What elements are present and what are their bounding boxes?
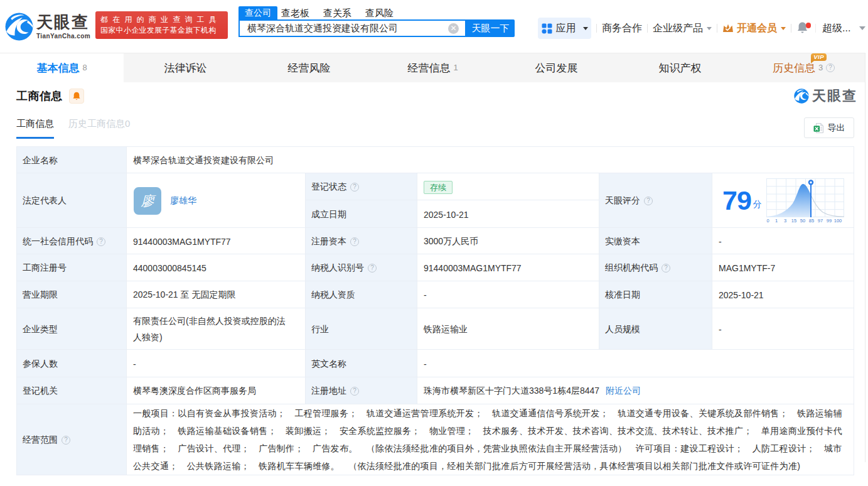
field-value: 2025-10-21 至 无固定期限	[127, 281, 306, 308]
field-label-text: 注册资本	[311, 236, 346, 246]
logo-title: 天眼查	[36, 14, 90, 31]
search-tabs: 查公司 查老板 查关系 查风险	[238, 6, 515, 19]
tianyancha-logo[interactable]: 天眼查 TianYanCha.com	[4, 11, 90, 42]
score-curve-right	[811, 195, 844, 217]
score-curve-fill	[766, 184, 811, 217]
field-label-text: 统一社会信用代码	[23, 236, 93, 246]
open-vip-link[interactable]: 开通会员	[722, 22, 786, 35]
field-value-text: 铁路运输业	[424, 324, 468, 334]
help-icon[interactable]: ?	[350, 387, 359, 396]
search-input[interactable]: 横琴深合轨道交通投资建设有限公司 ✕	[238, 19, 466, 37]
field-label-text: 注册地址	[311, 386, 346, 396]
super-vip-link[interactable]: 超级...	[822, 22, 850, 35]
tab-label: 基本信息	[36, 61, 79, 75]
tab-label: 经营信息	[407, 61, 450, 75]
slogan-line2: 国家中小企业发展子基金旗下机构	[100, 25, 223, 36]
section-title: 工商信息	[16, 89, 63, 104]
tianyancha-watermark: 天眼查	[793, 87, 857, 105]
tab-label: 法律诉讼	[164, 61, 207, 75]
field-value-text: 91440003MAG1MYTF77	[424, 263, 522, 273]
help-icon[interactable]: ?	[62, 436, 70, 445]
business-cooperation-link[interactable]: 商务合作	[602, 22, 642, 35]
field-label: 企业类型	[17, 308, 127, 350]
field-label-text: 参保人数	[23, 359, 58, 369]
field-label-text: 成立日期	[311, 209, 346, 219]
svg-text:0: 0	[766, 218, 769, 223]
tab-basic-info[interactable]: 基本信息8	[0, 53, 124, 82]
enterprise-products-link[interactable]: 企业级产品	[653, 22, 712, 35]
search-tab-relation[interactable]: 查关系	[316, 6, 358, 19]
help-icon[interactable]: ?	[368, 264, 377, 273]
help-icon[interactable]: ?	[644, 197, 653, 205]
help-icon[interactable]: ?	[97, 237, 105, 246]
field-value: 横琴深合轨道交通投资建设有限公司	[127, 147, 854, 173]
tianyancha-swirl-icon	[793, 88, 810, 104]
field-value-text: -	[133, 359, 136, 369]
score-value: 79	[722, 187, 751, 214]
nearby-companies-link[interactable]: 附近公司	[606, 386, 641, 396]
field-label: 统一社会信用代码?	[17, 228, 127, 254]
tab-operation-risk[interactable]: 经营风险	[247, 53, 371, 82]
tab-company-development[interactable]: 公司发展	[495, 53, 618, 82]
field-label: 行业	[306, 308, 417, 350]
field-value-text: MAG1MYTF-7	[719, 263, 775, 273]
table-row: 参保人数 - 英文名称 -	[17, 350, 854, 377]
tab-label: 历史信息	[773, 61, 815, 75]
field-value-text: -	[719, 237, 722, 247]
field-label: 纳税人资质	[306, 281, 417, 308]
help-icon[interactable]: ?	[350, 237, 359, 246]
field-label-text: 企业名称	[23, 155, 58, 165]
field-label: 经营范围?	[17, 404, 127, 475]
search-tab-risk[interactable]: 查风险	[358, 6, 400, 19]
help-icon[interactable]: ?	[350, 183, 359, 192]
header: 天眼查 TianYanCha.com 都在用的商业查询工具 国家中小企业发展子基…	[0, 0, 868, 53]
legal-representative-link[interactable]: 廖雄华	[170, 195, 196, 207]
bell-icon	[72, 92, 81, 101]
notification-bell[interactable]	[796, 21, 809, 35]
field-value: 3000万人民币	[417, 228, 599, 254]
help-icon[interactable]: ?	[826, 63, 835, 72]
svg-text:1: 1	[775, 218, 778, 223]
vip-badge: VIP	[811, 53, 827, 61]
field-value-text: 2025-10-21	[424, 210, 469, 220]
subtab-history-business-info[interactable]: 历史工商信息0	[68, 118, 130, 139]
business-info-table: 企业名称 横琴深合轨道交通投资建设有限公司 法定代表人 廖 廖雄华 登记状态? …	[16, 146, 854, 475]
tab-intellectual-property[interactable]: 知识产权	[618, 53, 742, 82]
search-tab-company[interactable]: 查公司	[238, 6, 277, 19]
table-row: 工商注册号 440003000845145 纳税人识别号? 91440003MA…	[17, 254, 854, 281]
field-label: 英文名称	[306, 350, 417, 377]
score-unit: 分	[753, 199, 762, 210]
score-cell: 79 分	[712, 173, 854, 228]
field-value: MAG1MYTF-7	[712, 254, 854, 281]
field-label: 参保人数	[17, 350, 127, 377]
tab-operation-info[interactable]: 经营信息1	[371, 53, 495, 82]
field-value: -	[417, 281, 599, 308]
table-row: 营业期限 2025-10-21 至 无固定期限 纳税人资质 - 核准日期 202…	[17, 281, 854, 308]
slogan-line1: 都在用的商业查询工具	[100, 14, 223, 25]
field-value-text: 440003000845145	[133, 263, 206, 273]
tab-history-info[interactable]: VIP 历史信息3?	[742, 53, 865, 82]
subscribe-bell-button[interactable]	[69, 89, 84, 104]
svg-text:85: 85	[809, 218, 814, 223]
help-icon[interactable]: ?	[662, 264, 670, 273]
field-label: 纳税人识别号?	[306, 254, 417, 281]
field-label-text: 实缴资本	[605, 236, 640, 246]
apps-menu[interactable]: 应用	[538, 18, 591, 39]
score-wrap: 79 分	[722, 174, 854, 227]
subtab-row: 工商信息 历史工商信息0 导出	[16, 118, 854, 139]
tab-label: 知识产权	[659, 61, 702, 75]
tab-legal-litigation[interactable]: 法律诉讼	[124, 53, 247, 82]
field-value: 有限责任公司(非自然人投资或控股的法人独资)	[127, 308, 306, 350]
search-tab-boss[interactable]: 查老板	[277, 6, 316, 19]
subtab-business-info[interactable]: 工商信息	[16, 118, 54, 139]
chevron-down-icon[interactable]	[859, 26, 865, 30]
export-button[interactable]: 导出	[804, 117, 854, 138]
main-content: 工商信息 天眼查 工商信息 历史工商信息0	[0, 87, 868, 475]
clear-search-icon[interactable]: ✕	[448, 23, 459, 34]
field-label: 登记机关	[17, 377, 127, 404]
chevron-down-icon	[781, 27, 786, 30]
search-button[interactable]: 天眼一下	[466, 19, 515, 37]
avatar[interactable]: 廖	[134, 187, 161, 215]
svg-text:99: 99	[827, 218, 832, 223]
field-label-text: 法定代表人	[23, 195, 67, 205]
